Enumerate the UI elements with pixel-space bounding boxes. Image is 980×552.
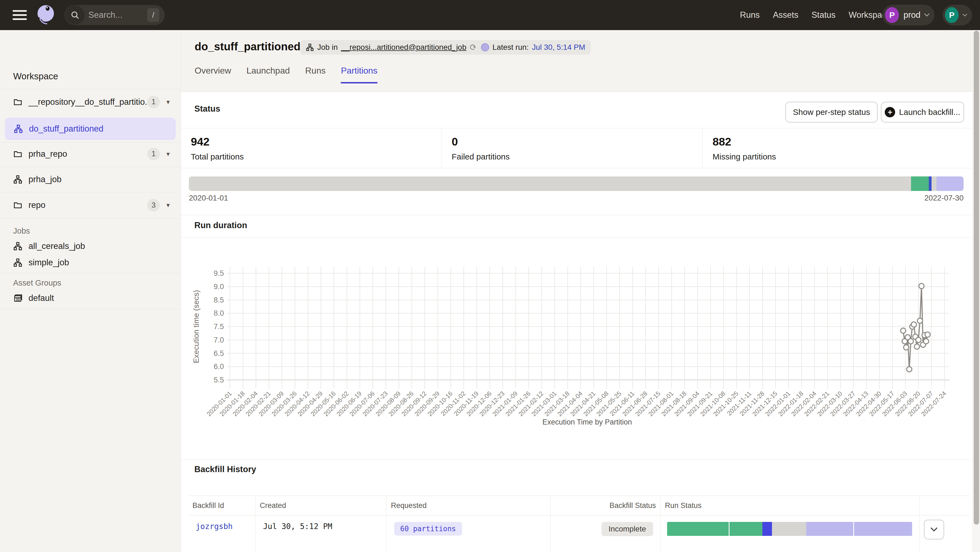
stat-value: 942	[191, 135, 442, 148]
created-timestamp: Jul 30, 5:12 PM	[260, 522, 332, 531]
column-header-backfill-status: Backfill Status	[551, 496, 660, 515]
bar-segment	[189, 176, 911, 191]
run-duration-heading: Run duration	[194, 220, 247, 230]
bar-segment	[911, 176, 929, 191]
sidebar-divider	[0, 273, 181, 273]
page-title: do_stuff_partitioned	[195, 40, 301, 53]
y-tick-label: 7.5	[213, 322, 224, 331]
workspace-sidebar: Workspace __repository__do_stuff_partiti…	[0, 30, 181, 552]
stat-failed-partitions: 0Failed partitions	[442, 128, 703, 168]
stat-value: 0	[452, 135, 702, 148]
menu-icon[interactable]	[13, 10, 27, 20]
top-navigation-bar: Search... / RunsAssetsStatusWorkspace P …	[0, 0, 980, 30]
search-shortcut-badge: /	[147, 8, 159, 22]
sidebar-item-prha-job[interactable]: prha_job	[0, 167, 181, 192]
repo-count-badge: 1	[147, 96, 160, 108]
chevron-down-icon	[963, 13, 967, 17]
nav-link-assets[interactable]: Assets	[773, 10, 798, 20]
sidebar-item-label: repo	[29, 200, 45, 210]
deployment-label: prod	[904, 10, 920, 20]
dagster-logo-icon[interactable]	[36, 4, 56, 26]
job-icon	[13, 175, 22, 184]
bar-segment	[937, 176, 964, 191]
y-tick-label: 8.5	[213, 296, 224, 304]
table-row: jozrgsbh Jul 30, 5:12 PM 60 partitions 2…	[188, 515, 970, 552]
launch-backfill-button[interactable]: + Launch backfill...	[881, 102, 964, 122]
tab-partitions[interactable]: Partitions	[341, 66, 377, 83]
section-divider	[181, 460, 980, 460]
job-location-link[interactable]: __reposi...artitioned@partitioned_job	[341, 43, 466, 52]
sidebar-item-prha-repo[interactable]: prha_repo1▾	[0, 141, 181, 167]
cell-actions	[920, 516, 970, 552]
bar-segment	[932, 176, 937, 191]
sidebar-heading: Workspace	[13, 71, 58, 81]
sidebar-item-label: do_stuff_partitioned	[29, 124, 103, 134]
tab-launchpad[interactable]: Launchpad	[247, 66, 290, 83]
chevron-down-icon	[931, 527, 937, 532]
backfill-id-link[interactable]: jozrgsbh	[192, 522, 233, 531]
column-header-actions	[920, 496, 970, 515]
sidebar-section-heading: Asset Groups	[13, 278, 61, 287]
job-tag-prefix: Job in	[317, 43, 338, 52]
show-per-step-status-button[interactable]: Show per-step status	[785, 102, 878, 122]
partition-stats-row: 942Total partitions0Failed partitions882…	[181, 128, 980, 168]
column-header-run-status: Run Status	[660, 496, 920, 515]
search-input[interactable]: Search... /	[65, 5, 165, 25]
folder-icon	[13, 200, 22, 210]
run-status-dot-icon	[481, 43, 489, 51]
bar-segment	[806, 522, 853, 536]
backfill-history-table: Backfill IdCreatedRequestedBackfill Stat…	[188, 496, 970, 552]
job-icon	[14, 124, 23, 133]
expand-row-button[interactable]	[924, 520, 944, 539]
backfill-history-heading: Backfill History	[194, 465, 256, 474]
cell-run-status	[660, 516, 920, 552]
data-point-marker	[916, 337, 921, 343]
sidebar-item-all-cereals-job[interactable]: all_cereals_job	[0, 238, 181, 254]
requested-partitions-pill: 60 partitions	[394, 522, 462, 536]
user-avatar: P	[945, 7, 959, 23]
tab-runs[interactable]: Runs	[305, 66, 326, 83]
deployment-switcher[interactable]: P prod	[883, 5, 935, 25]
latest-run-tag: Latest run: Jul 30, 5:14 PM	[476, 40, 591, 55]
sidebar-divider	[0, 309, 181, 309]
sidebar-item-label: all_cereals_job	[29, 241, 85, 251]
chevron-down-icon	[924, 13, 930, 17]
job-location-tag: Job in __reposi...artitioned@partitioned…	[300, 40, 483, 55]
plus-circle-icon: +	[885, 107, 895, 117]
scrollbar-thumb[interactable]	[974, 31, 979, 525]
stat-value: 882	[713, 135, 964, 148]
stat-missing-partitions: 882Missing partitions	[703, 128, 964, 168]
launch-backfill-label: Launch backfill...	[899, 108, 960, 117]
sidebar-divider	[0, 218, 181, 219]
sidebar-item-label: simple_job	[29, 258, 69, 268]
cell-backfill-status: Incomplete	[551, 516, 660, 552]
latest-run-link[interactable]: Jul 30, 5:14 PM	[532, 43, 585, 52]
sidebar-item-do-stuff-partitioned[interactable]: do_stuff_partitioned	[5, 117, 176, 140]
y-tick-label: 6.0	[213, 362, 224, 371]
sidebar-item-simple-job[interactable]: simple_job	[0, 255, 181, 270]
user-menu[interactable]: P	[942, 5, 972, 25]
job-icon	[306, 43, 314, 51]
sidebar-item-default[interactable]: default	[0, 290, 181, 306]
partition-status-bar	[189, 176, 964, 191]
repo-count-badge: 1	[147, 148, 160, 160]
vertical-scrollbar	[972, 30, 980, 552]
sidebar-item-repo[interactable]: repo3▾	[0, 192, 181, 218]
expander-caret-icon[interactable]: ▾	[166, 98, 170, 106]
top-nav-links: RunsAssetsStatusWorkspace	[740, 0, 891, 30]
nav-link-status[interactable]: Status	[811, 10, 835, 20]
sidebar-item-label: default	[29, 293, 54, 303]
nav-link-runs[interactable]: Runs	[740, 10, 760, 20]
folder-icon	[13, 97, 22, 107]
sidebar-item-label: __repository__do_stuff_partitio...	[29, 97, 152, 107]
data-point-marker	[924, 339, 929, 344]
expander-caret-icon[interactable]: ▾	[166, 201, 170, 209]
tab-overview[interactable]: Overview	[195, 66, 231, 83]
partition-range-end: 2022-07-30	[924, 194, 964, 202]
y-tick-label: 6.5	[213, 349, 224, 357]
run-status-bar	[667, 522, 912, 536]
expander-caret-icon[interactable]: ▾	[166, 150, 170, 158]
data-point-marker	[914, 344, 920, 349]
sidebar-item--repository-do-stuff-partitio-[interactable]: __repository__do_stuff_partitio...1▾	[0, 89, 181, 115]
table-header-row: Backfill IdCreatedRequestedBackfill Stat…	[188, 496, 970, 515]
